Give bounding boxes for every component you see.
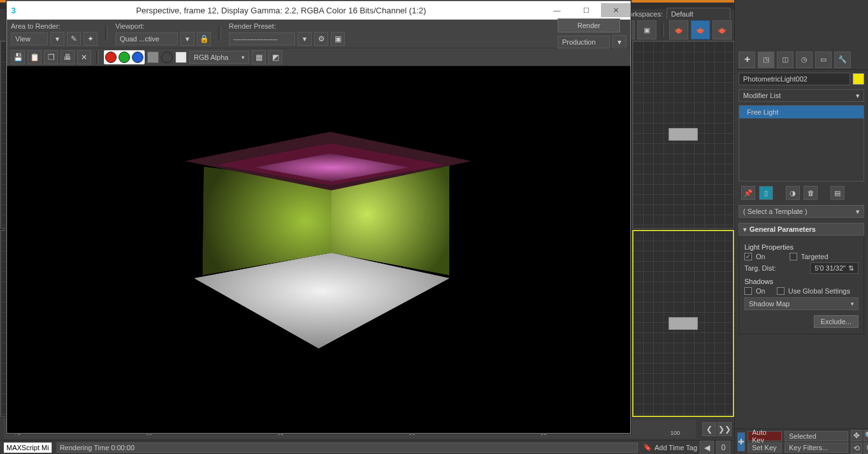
shadows-label: Shadows bbox=[744, 278, 858, 285]
viewport-top-right[interactable] bbox=[632, 41, 734, 229]
render-preset-label: Render Preset: bbox=[229, 22, 345, 30]
area-to-render-dropdown[interactable]: View bbox=[11, 32, 48, 45]
toolbar-button[interactable]: ▣ bbox=[637, 20, 656, 39]
show-end-result-button[interactable]: ▯ bbox=[759, 186, 773, 200]
red-channel-toggle[interactable] bbox=[105, 52, 117, 63]
nav-roll-button[interactable]: ↻ bbox=[864, 443, 868, 454]
viewport-label: Viewport: bbox=[115, 22, 211, 30]
general-parameters-header[interactable]: ▾ General Parameters bbox=[739, 223, 864, 236]
compare-button[interactable]: ◩ bbox=[268, 50, 282, 64]
frame-display[interactable]: 0 bbox=[716, 441, 730, 455]
green-channel-toggle[interactable] bbox=[119, 52, 130, 63]
hierarchy-tab[interactable]: ◫ bbox=[777, 52, 793, 68]
shadows-on-checkbox[interactable] bbox=[744, 287, 752, 295]
targ-dist-label: Targ. Dist: bbox=[744, 264, 776, 272]
area-caret-button[interactable]: ▾ bbox=[50, 32, 64, 46]
render-output-canvas[interactable] bbox=[7, 66, 630, 433]
pin-stack-button[interactable]: 📌 bbox=[741, 186, 755, 200]
copy-image-button[interactable]: 📋 bbox=[27, 50, 41, 64]
viewport-dropdown[interactable]: Quad ...ctive bbox=[115, 32, 178, 45]
create-tab[interactable]: ✚ bbox=[739, 52, 755, 68]
light-on-checkbox[interactable]: ✓ bbox=[744, 253, 752, 260]
auto-key-label: Auto Key bbox=[752, 429, 778, 444]
toolbar-separator bbox=[105, 27, 108, 41]
targ-dist-spinner[interactable]: 5'0 31/32" ⇅ bbox=[810, 262, 858, 274]
tag-icon: 🔖 bbox=[643, 443, 652, 451]
minimize-button[interactable]: — bbox=[542, 3, 572, 17]
add-time-tag[interactable]: Add Time Tag bbox=[655, 444, 697, 451]
object-color-swatch[interactable] bbox=[853, 73, 864, 85]
environment-button[interactable]: ▣ bbox=[331, 32, 345, 46]
scroll-left-button[interactable]: ◀ bbox=[700, 441, 714, 455]
general-parameters-title: General Parameters bbox=[749, 225, 816, 233]
maxscript-listener[interactable]: MAXScript Mi bbox=[4, 443, 52, 453]
workspaces-dropdown[interactable]: Default bbox=[667, 8, 730, 20]
utilities-tab[interactable]: 🔧 bbox=[834, 52, 851, 68]
render-window-titlebar[interactable]: 3 Perspective, frame 12, Display Gamma: … bbox=[7, 1, 630, 20]
display-tab[interactable]: ▭ bbox=[815, 52, 832, 68]
render-toolbar-2: 💾 📋 ❐ 🖶 ✕ RGB Alpha ▾ ▦ bbox=[7, 48, 630, 66]
print-image-button[interactable]: 🖶 bbox=[61, 50, 75, 64]
remove-modifier-button[interactable]: 🗑 bbox=[804, 186, 818, 200]
use-global-checkbox[interactable] bbox=[777, 287, 785, 295]
channel-mode-dropdown[interactable]: RGB Alpha ▾ bbox=[189, 51, 249, 64]
key-selection-dropdown[interactable]: Selected bbox=[785, 431, 848, 441]
template-rollout-header[interactable]: ( Select a Template ) ▾ bbox=[739, 205, 864, 218]
set-key-button[interactable]: Set Key bbox=[748, 443, 782, 453]
mono-channel-toggle[interactable] bbox=[161, 52, 173, 63]
modifier-stack-item[interactable]: Free Light bbox=[739, 106, 864, 118]
configure-sets-button[interactable]: ▤ bbox=[830, 186, 844, 200]
render-frame-button[interactable]: 🫖 bbox=[691, 20, 710, 39]
close-button[interactable]: ✕ bbox=[601, 3, 630, 17]
region-auto-button[interactable]: ✦ bbox=[83, 32, 98, 46]
preset-caret-button[interactable]: ▾ bbox=[298, 32, 312, 46]
render-preset-dropdown[interactable]: ------------------- bbox=[229, 32, 295, 45]
timeline-next-button[interactable]: ❯❯ bbox=[718, 422, 732, 436]
timeline-prev-button[interactable]: ❮ bbox=[702, 422, 716, 436]
chevron-down-icon: ▾ bbox=[856, 208, 860, 216]
render-setup-icon-button[interactable]: ⚙ bbox=[314, 32, 328, 46]
alpha-channel-toggle[interactable] bbox=[147, 52, 159, 63]
save-image-button[interactable]: 💾 bbox=[11, 50, 25, 64]
maximize-button[interactable]: ☐ bbox=[572, 3, 601, 17]
viewport-value: Quad ...ctive bbox=[120, 35, 159, 43]
lock-icon[interactable]: 🔒 bbox=[197, 32, 211, 46]
auto-key-button[interactable]: Auto Key bbox=[748, 431, 782, 441]
clone-window-button[interactable]: ❐ bbox=[44, 50, 58, 64]
blue-channel-toggle[interactable] bbox=[132, 52, 143, 63]
render-button[interactable]: 🫖 bbox=[712, 20, 732, 39]
shadow-map-dropdown[interactable]: Shadow Map ▾ bbox=[744, 297, 858, 310]
toggle-overlay-button[interactable]: ▦ bbox=[252, 50, 266, 64]
key-filters-button[interactable]: Key Filters... bbox=[785, 443, 848, 453]
nav-zoom-button[interactable]: 🔍 bbox=[864, 430, 868, 441]
key-filters-label: Key Filters... bbox=[789, 444, 828, 451]
app-icon: 3 bbox=[7, 6, 20, 15]
production-caret-button[interactable]: ▾ bbox=[612, 35, 626, 49]
modifier-stack[interactable]: Free Light bbox=[739, 105, 864, 181]
set-key-mode-button[interactable]: ✚ bbox=[737, 432, 745, 451]
render-toolbar-1: Area to Render: View ▾ ✎ ✦ Viewport: bbox=[7, 20, 630, 48]
viewport-bottom-right[interactable] bbox=[632, 230, 734, 418]
motion-tab[interactable]: ◷ bbox=[796, 52, 813, 68]
modifier-list-dropdown[interactable]: Modifier List ▾ bbox=[739, 89, 864, 102]
clear-button[interactable] bbox=[175, 52, 187, 63]
render-setup-button[interactable]: 🫖 bbox=[669, 20, 688, 39]
channel-mode-value: RGB Alpha bbox=[194, 53, 228, 61]
nav-pan-button[interactable]: ✥ bbox=[851, 430, 862, 441]
region-edit-button[interactable]: ✎ bbox=[67, 32, 81, 46]
render-window-title: Perspective, frame 12, Display Gamma: 2.… bbox=[20, 6, 542, 15]
modify-tab[interactable]: ◳ bbox=[758, 52, 774, 68]
delete-image-button[interactable]: ✕ bbox=[77, 50, 91, 64]
render-button[interactable]: Render bbox=[558, 18, 620, 32]
exclude-button[interactable]: Exclude... bbox=[814, 315, 858, 328]
nav-orbit-button[interactable]: ⟲ bbox=[851, 443, 862, 454]
viewport-caret-button[interactable]: ▾ bbox=[180, 32, 194, 46]
targeted-checkbox[interactable] bbox=[790, 253, 797, 260]
object-name-field[interactable]: PhotometricLight002 bbox=[739, 73, 850, 85]
production-dropdown[interactable]: Production bbox=[558, 36, 610, 48]
targeted-label: Targeted bbox=[801, 253, 828, 260]
object-name-value: PhotometricLight002 bbox=[743, 75, 807, 83]
modifier-list-label: Modifier List bbox=[743, 92, 781, 99]
make-unique-button[interactable]: ◑ bbox=[786, 186, 800, 200]
render-label: Render bbox=[577, 22, 600, 29]
